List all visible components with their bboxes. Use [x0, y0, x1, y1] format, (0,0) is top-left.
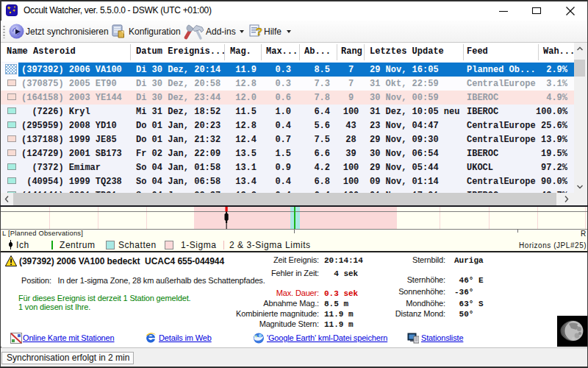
svg-text:?: ?	[256, 25, 262, 38]
